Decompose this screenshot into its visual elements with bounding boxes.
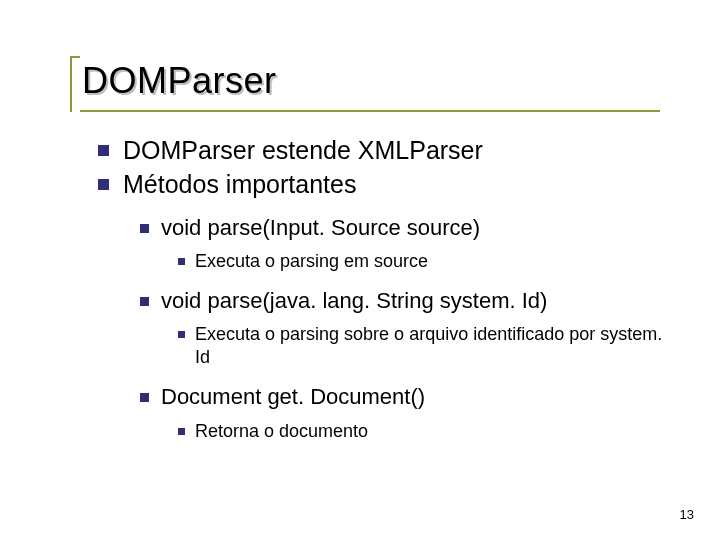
list-item: Retorna o documento (178, 420, 670, 443)
page-number: 13 (680, 507, 694, 522)
method-description: Executa o parsing em source (195, 250, 428, 273)
slide-title: DOMParser (82, 60, 680, 102)
list-item: Executa o parsing em source (178, 250, 670, 273)
list-item: void parse(java. lang. String system. Id… (140, 287, 670, 369)
bullet-text: DOMParser estende XMLParser (123, 134, 483, 166)
method-description: Executa o parsing sobre o arquivo identi… (195, 323, 670, 369)
method-signature: void parse(Input. Source source) (161, 214, 480, 242)
list-item: Métodos importantes void parse(Input. So… (98, 168, 670, 443)
list-item: DOMParser estende XMLParser (98, 134, 670, 166)
list-item: void parse(Input. Source source) Executa… (140, 214, 670, 273)
square-bullet-icon (140, 297, 149, 306)
square-bullet-icon (98, 145, 109, 156)
square-bullet-icon (178, 258, 185, 265)
title-accent-corner (70, 56, 80, 112)
square-bullet-icon (178, 331, 185, 338)
list-item: Executa o parsing sobre o arquivo identi… (178, 323, 670, 369)
list-item: Document get. Document() Retorna o docum… (140, 383, 670, 442)
square-bullet-icon (140, 224, 149, 233)
bullet-text: Métodos importantes (123, 168, 356, 200)
square-bullet-icon (178, 428, 185, 435)
slide-content: DOMParser estende XMLParser Métodos impo… (98, 134, 670, 457)
square-bullet-icon (140, 393, 149, 402)
method-description: Retorna o documento (195, 420, 368, 443)
method-signature: Document get. Document() (161, 383, 425, 411)
method-signature: void parse(java. lang. String system. Id… (161, 287, 547, 315)
square-bullet-icon (98, 179, 109, 190)
slide-title-block: DOMParser DOMParser (82, 60, 680, 102)
title-underline (80, 110, 660, 112)
